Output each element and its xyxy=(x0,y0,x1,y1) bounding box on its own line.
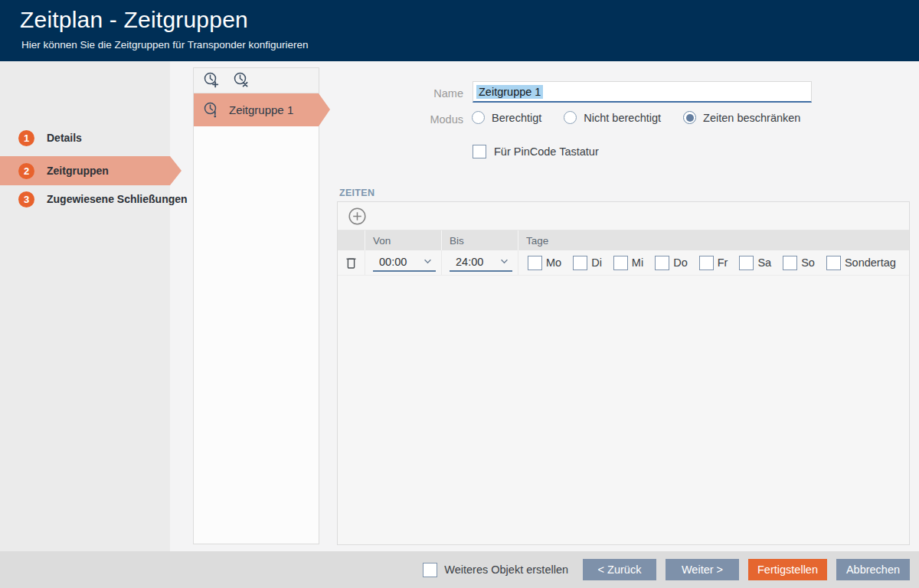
timegroup-list-panel: Zeitgruppe 1 xyxy=(193,67,319,544)
day-di[interactable]: Di xyxy=(573,256,602,270)
day-checkbox[interactable] xyxy=(655,256,669,270)
pincode-checkbox-row[interactable]: Für PinCode Tastatur xyxy=(473,145,599,158)
cancel-button[interactable]: Abbrechen xyxy=(836,559,910,580)
day-checkbox[interactable] xyxy=(826,256,841,270)
pincode-label: Für PinCode Tastatur xyxy=(494,145,599,158)
modus-radio-group: Berechtigt Nicht berechtigt Zeiten besch… xyxy=(472,111,800,124)
step-label: Zugewiesene Schließungen xyxy=(47,193,188,205)
next-button[interactable]: Weiter > xyxy=(666,559,739,580)
day-label: Fr xyxy=(718,256,728,269)
timegroup-label: Zeitgruppe 1 xyxy=(229,103,293,116)
times-table-header: Von Bis Tage xyxy=(338,230,909,250)
zeiten-toolbar xyxy=(338,202,909,230)
radio-berechtigt[interactable]: Berechtigt xyxy=(472,111,541,124)
add-timegroup-button[interactable] xyxy=(202,71,221,90)
timegroup-list-item[interactable]: Zeitgruppe 1 xyxy=(194,93,319,126)
delete-timegroup-button[interactable] xyxy=(232,71,250,90)
von-time-select[interactable]: 00:00 xyxy=(373,253,436,272)
day-checkbox[interactable] xyxy=(528,256,542,270)
von-time-value: 00:00 xyxy=(379,256,407,268)
radio-nicht-berechtigt[interactable]: Nicht berechtigt xyxy=(564,111,661,124)
page-subtitle: Hier können Sie die Zeitgruppen für Tran… xyxy=(21,39,308,51)
sidebar-item-zeitgruppen[interactable]: 2 Zeitgruppen xyxy=(0,156,170,185)
wizard-steps-sidebar: 1 Details 2 Zeitgruppen 3 Zugewiesene Sc… xyxy=(0,61,170,551)
step-number-badge: 3 xyxy=(18,191,34,207)
day-mo[interactable]: Mo xyxy=(528,256,561,270)
wizard-header: Zeitplan - Zeitgruppen Hier können Sie d… xyxy=(0,0,919,61)
selected-item-arrow xyxy=(319,93,330,126)
active-step-arrow xyxy=(170,156,182,185)
radio-label: Zeiten beschränken xyxy=(703,112,800,124)
bis-time-select[interactable]: 24:00 xyxy=(450,253,512,272)
sidebar-item-zugewiesene-schliessungen[interactable]: 3 Zugewiesene Schließungen xyxy=(0,185,170,214)
zeiten-section-label: ZEITEN xyxy=(339,188,374,198)
day-label: Di xyxy=(591,256,602,269)
trash-icon xyxy=(345,256,357,270)
day-sondertag[interactable]: Sondertag xyxy=(826,256,896,270)
bis-time-value: 24:00 xyxy=(456,256,483,268)
clock-icon xyxy=(202,101,221,119)
header-cell-actions xyxy=(338,230,365,250)
name-input[interactable]: Zeitgruppe 1 xyxy=(473,81,812,103)
day-so[interactable]: So xyxy=(783,256,815,270)
name-value-selected-text: Zeitgruppe 1 xyxy=(476,85,543,99)
clock-remove-icon xyxy=(232,71,250,90)
finish-button[interactable]: Fertigstellen xyxy=(748,559,827,580)
step-label: Details xyxy=(47,132,82,144)
delete-time-row-button[interactable] xyxy=(345,256,357,270)
header-cell-tage: Tage xyxy=(518,230,909,250)
header-cell-bis: Bis xyxy=(441,230,518,250)
zeiten-panel: Von Bis Tage 00:00 24:00 xyxy=(337,201,910,545)
modus-label: Modus xyxy=(413,113,463,126)
header-cell-von: Von xyxy=(365,230,441,250)
day-checkbox[interactable] xyxy=(739,256,754,270)
radio-circle-checked xyxy=(683,111,696,124)
day-checkbox[interactable] xyxy=(613,256,628,270)
page-title: Zeitplan - Zeitgruppen xyxy=(20,7,248,33)
day-do[interactable]: Do xyxy=(655,256,688,270)
plus-circle-icon xyxy=(348,207,367,226)
name-label: Name xyxy=(413,87,463,100)
radio-label: Berechtigt xyxy=(492,112,541,124)
radio-zeiten-beschraenken[interactable]: Zeiten beschränken xyxy=(683,111,800,124)
radio-circle xyxy=(564,111,577,124)
pincode-checkbox[interactable] xyxy=(473,145,486,158)
day-label: Do xyxy=(673,256,688,269)
day-checkbox[interactable] xyxy=(783,256,797,270)
day-label: So xyxy=(801,256,815,269)
day-label: Mi xyxy=(632,256,643,269)
create-another-checkbox[interactable] xyxy=(423,563,437,577)
day-label: Mo xyxy=(546,256,561,269)
add-time-row-button[interactable] xyxy=(348,207,367,226)
day-label: Sondertag xyxy=(845,256,896,269)
create-another-checkbox-row[interactable]: Weiteres Objekt erstellen xyxy=(423,563,568,577)
day-sa[interactable]: Sa xyxy=(739,256,771,270)
sidebar-item-details[interactable]: 1 Details xyxy=(0,123,170,152)
radio-circle xyxy=(472,111,485,124)
times-table-row: 00:00 24:00 Mo Di xyxy=(338,250,909,276)
day-mi[interactable]: Mi xyxy=(613,256,643,270)
timegroup-toolbar xyxy=(194,68,319,93)
chevron-down-icon xyxy=(424,259,432,264)
chevron-down-icon xyxy=(500,259,509,264)
step-number-badge: 1 xyxy=(18,130,34,146)
day-checkbox[interactable] xyxy=(699,256,714,270)
day-fr[interactable]: Fr xyxy=(699,256,728,270)
create-another-label: Weiteres Objekt erstellen xyxy=(444,564,568,576)
step-label: Zeitgruppen xyxy=(47,165,109,177)
day-checkbox[interactable] xyxy=(573,256,587,270)
radio-label: Nicht berechtigt xyxy=(584,112,661,124)
step-number-badge: 2 xyxy=(18,163,34,179)
clock-add-icon xyxy=(202,71,221,90)
footer-bar: Weiteres Objekt erstellen < Zurück Weite… xyxy=(0,551,919,588)
day-checkbox-group: Mo Di Mi Do Fr xyxy=(526,256,896,270)
back-button[interactable]: < Zurück xyxy=(583,559,656,580)
day-label: Sa xyxy=(757,256,771,269)
